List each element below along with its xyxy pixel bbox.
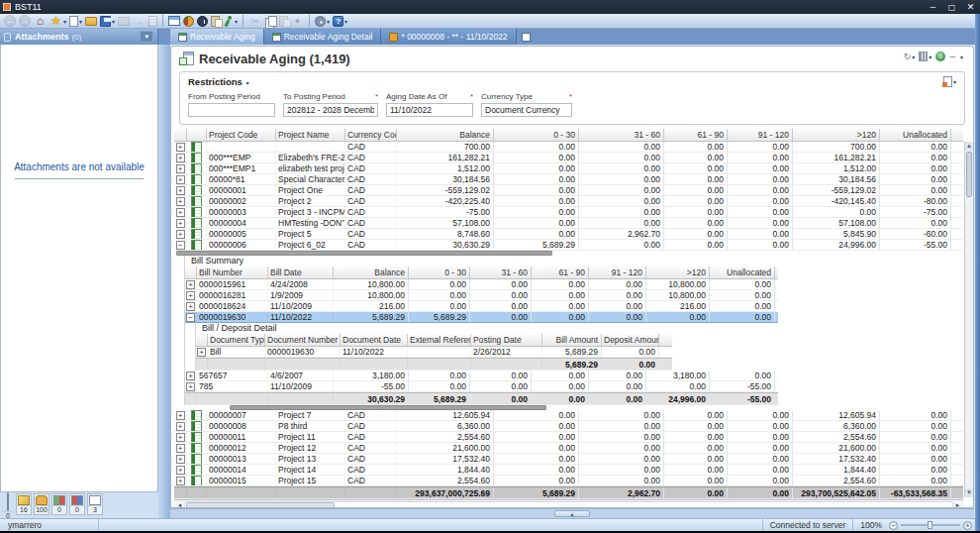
column-header[interactable]: Bill Date	[268, 266, 334, 278]
grid-row[interactable]: +00000012Project 12CAD21,600.000.000.000…	[174, 443, 963, 454]
column-header[interactable]: 31 - 60	[470, 266, 532, 278]
expand-row-icon[interactable]: +	[186, 382, 195, 391]
settings-dropdown-caret[interactable]: ▾	[327, 18, 330, 25]
column-header[interactable]: Document Number	[265, 334, 341, 346]
grid-row[interactable]: +00000011Project 11CAD2,554.600.000.000.…	[174, 432, 963, 443]
zoom-out-icon[interactable]: −	[889, 521, 898, 530]
column-header[interactable]: Balance	[334, 266, 409, 278]
grid-vertical-scrollbar[interactable]: ▲ ▼	[964, 142, 973, 497]
bs-row[interactable]: −000001963011/10/20225,689.295,689.290.0…	[185, 312, 778, 323]
scroll-right-icon[interactable]: ►	[953, 502, 962, 508]
home-icon[interactable]: ⌂	[33, 14, 48, 28]
bs-row[interactable]: +00000159614/24/200810,800.000.000.000.0…	[185, 279, 778, 290]
edit-counter[interactable]: 16	[16, 493, 32, 515]
expand-row-icon[interactable]: +	[176, 444, 185, 453]
maximize-button[interactable]: ▢	[942, 1, 961, 13]
column-header[interactable]: Project Name	[276, 129, 345, 141]
lock-counter[interactable]: 100	[34, 493, 49, 515]
attachment-clip-counter[interactable]: 0	[2, 493, 14, 520]
grid-row[interactable]: +00000003Project 3 - INCPMCAD-75.000.000…	[174, 207, 963, 218]
column-header[interactable]: Unallocated	[880, 129, 951, 141]
expand-row-icon[interactable]: +	[176, 154, 185, 162]
grid-row[interactable]: +00000008P8 thirdCAD6,360.000.000.000.00…	[174, 421, 963, 432]
grid-row[interactable]: +00000001Project OneCAD-559,129.020.000.…	[174, 185, 963, 196]
save-dropdown-caret[interactable]: ▾	[112, 18, 115, 25]
column-header[interactable]: 0 - 30	[494, 129, 579, 141]
users-counter[interactable]: 0	[51, 493, 67, 515]
columns-icon[interactable]: ▾	[919, 52, 931, 61]
help-dropdown-caret[interactable]: ▾	[344, 18, 347, 25]
new-document-icon[interactable]: ▾	[68, 14, 83, 28]
column-header[interactable]: 91 - 120	[728, 129, 793, 141]
bs-row[interactable]: +000001862411/10/2009216.000.000.000.000…	[185, 301, 778, 312]
collapse-row-icon[interactable]: −	[176, 241, 185, 250]
expand-row-icon[interactable]: +	[176, 230, 185, 239]
grid-row[interactable]: +00000002Project 2CAD-420,225.400.000.00…	[174, 196, 963, 207]
expand-row-icon[interactable]: +	[186, 291, 195, 300]
export-icon[interactable]: ▾	[943, 76, 956, 87]
from-posting-period-input[interactable]	[188, 103, 275, 117]
grid-view-icon[interactable]	[167, 14, 181, 28]
recent-icon[interactable]	[196, 14, 209, 28]
expand-row-icon[interactable]: +	[176, 433, 185, 442]
column-header[interactable]: 91 - 120	[589, 266, 646, 278]
expand-row-icon[interactable]: +	[176, 143, 185, 152]
expand-row-icon[interactable]: +	[176, 411, 185, 420]
splitter-expand-button[interactable]: ▲	[554, 510, 590, 517]
column-header[interactable]: 31 - 60	[579, 129, 664, 141]
bs-row[interactable]: +78511/10/2009-55.000.000.000.000.000.00…	[185, 381, 778, 392]
column-header[interactable]: Balance	[397, 129, 494, 141]
expand-row-icon[interactable]: +	[186, 302, 195, 311]
run-icon[interactable]: ▾	[222, 14, 239, 28]
tab-3[interactable]: * 00000008 - ** - 11/10/2022	[381, 29, 516, 45]
favorites-icon[interactable]: ★▾	[49, 14, 67, 28]
column-header[interactable]: Document Type	[208, 334, 265, 346]
expand-row-icon[interactable]: +	[176, 455, 185, 464]
expand-row-icon[interactable]: +	[186, 280, 195, 289]
expand-row-icon[interactable]: +	[186, 372, 195, 380]
grid-row[interactable]: +CAD700.000.000.000.000.00700.000.00	[174, 142, 963, 153]
column-header[interactable]: Deposit Amount	[602, 334, 659, 346]
pages-counter[interactable]: 3	[87, 493, 103, 515]
column-header[interactable]: Project Code	[207, 129, 276, 141]
currency-type-input[interactable]	[481, 103, 572, 117]
favorites-dropdown-caret[interactable]: ▾	[63, 18, 66, 25]
copy-icon[interactable]	[263, 14, 277, 28]
column-header[interactable]: 0 - 30	[409, 266, 470, 278]
bd-row[interactable]: +Bill000001963011/10/20222/26/20125,689.…	[196, 347, 672, 358]
grid-row[interactable]: +00000004HMTesting -DON'TU...CAD57,108.0…	[174, 218, 963, 229]
clipboard-icon[interactable]	[210, 14, 221, 28]
grid-row[interactable]: +00000*81Special Character Pr...CAD30,18…	[174, 174, 963, 185]
expand-row-icon[interactable]: +	[176, 422, 185, 431]
tab-2[interactable]: Receivable Aging Detail	[264, 29, 382, 45]
save-icon[interactable]: ▾	[99, 14, 116, 28]
expand-row-icon[interactable]: +	[176, 164, 185, 173]
new-tab-button[interactable]	[517, 29, 537, 45]
zoom-slider[interactable]	[901, 524, 960, 526]
grid-row[interactable]: +00000015Project 15CAD2,554.600.000.000.…	[174, 476, 963, 486]
grid-row[interactable]: +000***EMP1elizabeth test project...CAD1…	[174, 163, 963, 174]
to-posting-period-input[interactable]	[283, 103, 378, 117]
bs-row[interactable]: +5676574/6/20073,180.000.000.000.000.003…	[185, 371, 778, 381]
expand-row-icon[interactable]: +	[176, 186, 185, 195]
close-button[interactable]: ✕	[961, 1, 980, 13]
expand-row-icon[interactable]: +	[176, 466, 185, 475]
column-header[interactable]: Bill Number	[197, 266, 268, 278]
column-header[interactable]: 61 - 90	[532, 266, 589, 278]
report-menu-caret[interactable]: ▾	[960, 53, 963, 60]
grid-horizontal-scrollbar[interactable]: ◄ ►	[174, 499, 963, 507]
collapse-row-icon[interactable]: −	[186, 313, 195, 322]
column-header[interactable]: 61 - 90	[664, 129, 728, 141]
collapse-icon[interactable]: ─	[949, 53, 955, 61]
column-header[interactable]: Document Date	[341, 334, 408, 346]
zoom-slider-thumb[interactable]	[928, 521, 932, 529]
vscroll-thumb[interactable]	[966, 152, 972, 197]
scroll-up-icon[interactable]: ▲	[965, 142, 973, 151]
grid-row[interactable]: +000***EMPElizabeth's FRE-269 -...CAD161…	[174, 153, 963, 163]
column-header[interactable]: >120	[793, 129, 880, 141]
bs-row[interactable]: +00000162811/9/200910,800.000.000.000.00…	[185, 290, 778, 301]
pin-icon[interactable]	[4, 33, 11, 42]
attachments-menu-caret[interactable]: ▾	[140, 31, 153, 43]
restrictions-title[interactable]: Restrictions ▾	[188, 76, 956, 87]
transfer-counter[interactable]: 0	[69, 493, 85, 515]
